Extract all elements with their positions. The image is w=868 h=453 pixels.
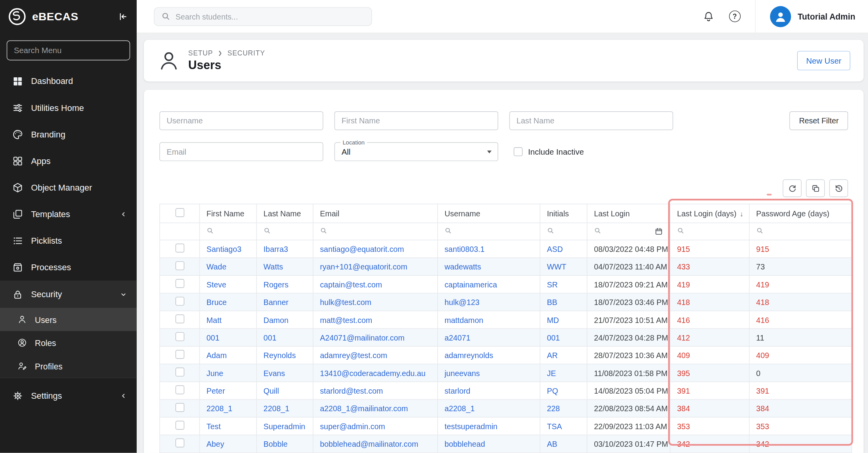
cell-last-name[interactable]: Ibarra3 [257,240,313,258]
first-name-filter-input[interactable] [334,111,498,130]
include-inactive-checkbox[interactable] [514,147,523,156]
cell-email[interactable]: ryan+101@equatorit.com [313,258,438,275]
row-checkbox[interactable] [175,261,184,270]
row-checkbox[interactable] [175,297,184,306]
sidebar-item-apps[interactable]: Apps [0,148,137,175]
student-search-input[interactable] [175,12,365,21]
cell-first-name[interactable]: Abey [200,435,257,453]
column-filter[interactable] [547,223,580,240]
filter-cell-first-name[interactable] [200,223,257,240]
filter-cell-username[interactable] [438,223,540,240]
copy-icon[interactable] [806,179,825,197]
cell-last-name[interactable]: Bobble [257,435,313,453]
column-filter[interactable] [594,223,663,240]
cell-email[interactable]: captain@test.com [313,275,438,293]
cell-initials[interactable]: JE [540,364,587,382]
filter-cell-password-age-days-[interactable] [749,223,852,240]
column-header-password-age-days-[interactable]: Password Age (days) [749,204,852,223]
row-checkbox[interactable] [175,332,184,341]
cell-email[interactable]: a2208_1@mailinator.com [313,399,438,417]
cell-email[interactable]: matt@test.com [313,311,438,328]
cell-first-name[interactable]: Bruce [200,293,257,311]
sidebar-search-input[interactable] [7,40,130,60]
calendar-icon[interactable] [654,227,663,236]
sidebar-item-settings[interactable]: Settings [0,383,137,409]
cell-last-name[interactable]: Rogers [257,275,313,293]
cell-username[interactable]: adamreynolds [438,346,540,364]
column-header-last-name[interactable]: Last Name [257,204,313,223]
row-checkbox[interactable] [175,439,184,448]
row-checkbox[interactable] [175,350,184,359]
help-icon[interactable]: ? [729,11,741,22]
cell-last-name[interactable]: Damon [257,311,313,328]
location-select[interactable]: Location All [334,142,498,161]
cell-username[interactable]: mattdamon [438,311,540,328]
cell-email[interactable]: super@admin.com [313,417,438,435]
row-checkbox[interactable] [175,244,184,253]
breadcrumb-setup[interactable]: SETUP [188,49,213,57]
breadcrumb-security[interactable]: SECURITY [227,49,265,57]
sidebar-item-templates[interactable]: Templates [0,201,137,228]
cell-email[interactable]: 13410@coderacademy.edu.au [313,364,438,382]
cell-last-name[interactable]: Evans [257,364,313,382]
column-filter[interactable] [756,223,845,240]
column-filter[interactable] [444,223,533,240]
history-icon[interactable] [829,179,848,197]
cell-email[interactable]: adamrey@test.com [313,346,438,364]
cell-first-name[interactable]: 2208_1 [200,399,257,417]
cell-initials[interactable]: ASD [540,240,587,258]
cell-first-name[interactable]: Test [200,417,257,435]
current-user-name[interactable]: Tutorial Admin [798,12,856,21]
cell-username[interactable]: bobblehead [438,435,540,453]
column-header-last-login[interactable]: Last Login [587,204,670,223]
column-header-email[interactable]: Email [313,204,438,223]
column-filter[interactable] [320,223,431,240]
cell-email[interactable]: bobblehead@mailinator.com [313,435,438,453]
new-user-button[interactable]: New User [797,51,850,70]
cell-first-name[interactable]: 001 [200,328,257,346]
last-name-filter-input[interactable] [509,111,673,130]
cell-username[interactable]: starlord [438,382,540,399]
cell-username[interactable]: wadewatts [438,258,540,275]
cell-username[interactable]: a2208_1 [438,399,540,417]
cell-first-name[interactable]: Steve [200,275,257,293]
bell-icon[interactable] [702,10,715,22]
avatar-icon[interactable] [770,6,791,27]
sidebar-item-roles[interactable]: Roles [0,331,137,355]
sidebar-item-object-manager[interactable]: Object Manager [0,175,137,201]
filter-cell-last-name[interactable] [257,223,313,240]
column-header-first-name[interactable]: First Name [200,204,257,223]
cell-email[interactable]: A24071@mailinator.com [313,328,438,346]
cell-first-name[interactable]: Matt [200,311,257,328]
cell-last-name[interactable]: 001 [257,328,313,346]
column-filter[interactable] [677,223,742,240]
cell-initials[interactable]: WWT [540,258,587,275]
row-checkbox[interactable] [175,403,184,412]
cell-first-name[interactable]: June [200,364,257,382]
cell-last-name[interactable]: Reynolds [257,346,313,364]
cell-initials[interactable]: PQ [540,382,587,399]
filter-cell-initials[interactable] [540,223,587,240]
reset-filter-button[interactable]: Reset Filter [790,111,848,130]
sidebar-item-users[interactable]: Users [0,308,137,331]
cell-first-name[interactable]: Peter [200,382,257,399]
collapse-sidebar-icon[interactable] [117,11,129,23]
column-header-initials[interactable]: Initials [540,204,587,223]
cell-initials[interactable]: AR [540,346,587,364]
cell-initials[interactable]: 001 [540,328,587,346]
cell-initials[interactable]: MD [540,311,587,328]
cell-initials[interactable]: SR [540,275,587,293]
username-filter-input[interactable] [159,111,323,130]
email-filter-input[interactable] [159,142,323,161]
sidebar-item-picklists[interactable]: Picklists [0,228,137,254]
row-checkbox[interactable] [175,314,184,323]
cell-first-name[interactable]: Adam [200,346,257,364]
cell-username[interactable]: hulk@123 [438,293,540,311]
row-checkbox[interactable] [175,421,184,430]
cell-username[interactable]: a24071 [438,328,540,346]
cell-initials[interactable]: 228 [540,399,587,417]
filter-cell-last-login-days-[interactable] [670,223,749,240]
cell-email[interactable]: santiago@equatorit.com [313,240,438,258]
row-checkbox[interactable] [175,279,184,288]
cell-first-name[interactable]: Wade [200,258,257,275]
